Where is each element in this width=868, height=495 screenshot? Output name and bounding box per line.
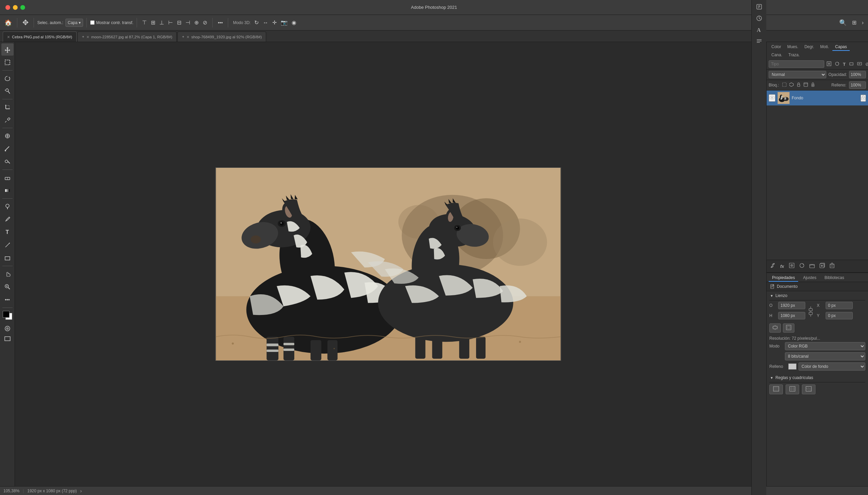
tab-cebra[interactable]: × Cebra PNG.psd al 105% (RGB/8#) xyxy=(3,32,76,42)
screen-mode[interactable] xyxy=(2,334,13,343)
tab-moon[interactable]: ✦ × moon-2285627.jpg al 87,2% (Capa 1, R… xyxy=(77,32,177,42)
layers-search-input[interactable] xyxy=(769,61,824,68)
height-input[interactable] xyxy=(778,312,805,319)
fill-input[interactable] xyxy=(849,81,866,89)
crop-left[interactable] xyxy=(1,101,14,113)
panel-tab-mues[interactable]: Mues. xyxy=(785,44,801,51)
layer-mask-btn[interactable] xyxy=(788,262,796,270)
lock-artboard[interactable] xyxy=(803,82,808,88)
path-select-left[interactable] xyxy=(1,239,14,251)
tab-shop[interactable]: ✦ × shop-768499_1920.jpg al 92% (RGB/8#) xyxy=(177,32,266,42)
align-bottom-button[interactable]: ⊥ xyxy=(158,18,166,27)
mostrar-contr-label[interactable]: Mostrar contr. transf. xyxy=(90,20,133,25)
lock-position[interactable] xyxy=(796,82,801,88)
layer-adj-btn[interactable] xyxy=(798,262,806,270)
foreground-color[interactable] xyxy=(3,311,10,318)
3d-pan[interactable]: ↔ xyxy=(261,19,270,27)
layer-link-btn[interactable] xyxy=(769,262,777,270)
props-tab-propiedades[interactable]: Propiedades xyxy=(769,274,798,282)
eraser-left[interactable] xyxy=(1,172,14,184)
layer-visibility-fondo[interactable] xyxy=(769,94,776,102)
layer-filter-adj[interactable] xyxy=(834,61,840,67)
layer-filter-smart[interactable] xyxy=(856,61,863,67)
align-right-button[interactable]: ⊣ xyxy=(184,18,192,27)
lock-transparent[interactable] xyxy=(782,82,787,88)
dodge-left[interactable] xyxy=(1,200,14,212)
regla-grid[interactable] xyxy=(786,385,799,394)
panel-tab-capas[interactable]: Capas xyxy=(832,44,850,51)
layer-item-fondo[interactable]: Fondo xyxy=(767,90,868,105)
align-center-h-button[interactable]: ⊟ xyxy=(175,18,183,27)
rectangular-select-left[interactable] xyxy=(1,56,14,68)
panel-tab-degr[interactable]: Degr. xyxy=(802,44,817,51)
doc-section-header[interactable]: Documento xyxy=(767,282,868,291)
eyedropper-left[interactable] xyxy=(1,114,14,126)
more-button[interactable]: ••• xyxy=(216,19,224,27)
regla-isometric[interactable] xyxy=(802,385,815,394)
canvas-resize-btn-1[interactable] xyxy=(769,323,781,332)
text-left[interactable]: T xyxy=(1,226,14,238)
panel-tab-cana[interactable]: Cana. xyxy=(769,52,785,59)
minimize-button[interactable] xyxy=(13,5,18,10)
relleno-dropdown[interactable]: Color de fondo xyxy=(799,362,865,371)
tab-close-cebra[interactable]: × xyxy=(7,34,10,40)
capa-dropdown[interactable]: Capa ▾ xyxy=(65,19,83,27)
hand-left[interactable] xyxy=(1,268,14,280)
panel-tab-color[interactable]: Color xyxy=(769,44,784,51)
x-input[interactable] xyxy=(826,302,853,309)
mode-dropdown[interactable]: Color RGB xyxy=(785,342,865,350)
align-top-button[interactable]: ⊤ xyxy=(140,18,149,27)
props-tab-ajustes[interactable]: Ajustes xyxy=(800,274,819,282)
more-tools-left[interactable]: ••• xyxy=(1,294,14,306)
quick-mask[interactable] xyxy=(2,324,13,333)
align-left-button[interactable]: ⊢ xyxy=(167,18,175,27)
layer-fx-btn[interactable]: fx xyxy=(779,263,786,270)
distribute-h-button[interactable]: ⊘ xyxy=(201,18,209,27)
gradient-left[interactable] xyxy=(1,185,14,197)
regla-lines[interactable] xyxy=(769,385,783,394)
3d-rotate[interactable]: ↻ xyxy=(253,18,260,27)
expand-button[interactable]: › xyxy=(860,19,865,27)
home-button[interactable]: 🏠 xyxy=(3,18,14,28)
close-button[interactable] xyxy=(5,5,10,10)
magic-wand-left[interactable] xyxy=(1,85,14,97)
bits-dropdown[interactable]: 8 bits/canal xyxy=(785,352,865,360)
opacity-input[interactable] xyxy=(849,71,866,78)
heal-brush-left[interactable] xyxy=(1,130,14,142)
3d-camera[interactable]: 📷 xyxy=(279,18,289,27)
props-tab-biblio[interactable]: Bibliotecas xyxy=(821,274,848,282)
lock-all[interactable] xyxy=(810,82,815,88)
move-tool-left[interactable] xyxy=(1,44,14,56)
3d-scale[interactable]: ✛ xyxy=(271,18,278,27)
mostrar-contr-checkbox[interactable] xyxy=(90,20,95,25)
lasso-left[interactable] xyxy=(1,72,14,84)
layer-filter-text[interactable]: T xyxy=(842,61,847,67)
status-arrow[interactable]: › xyxy=(80,488,82,494)
lock-image[interactable] xyxy=(789,82,794,88)
reglas-header[interactable]: ▼ Reglas y cuadrículas xyxy=(769,373,865,382)
3d-light[interactable]: ◉ xyxy=(290,18,298,27)
distribute-v-button[interactable]: ⊕ xyxy=(192,18,200,27)
move-tool-button[interactable]: ✥ xyxy=(21,17,30,28)
zoom-left[interactable] xyxy=(1,281,14,293)
panel-tab-moti[interactable]: Moti. xyxy=(817,44,832,51)
lienzo-header[interactable]: ▼ Lienzo xyxy=(769,291,865,301)
canvas-resize-btn-2[interactable] xyxy=(783,323,795,332)
search-button[interactable]: 🔍 xyxy=(837,18,848,28)
brush-left[interactable] xyxy=(1,143,14,155)
shape-left[interactable] xyxy=(1,252,14,264)
clone-left[interactable] xyxy=(1,156,14,168)
layer-new-btn[interactable] xyxy=(818,262,826,270)
panel-tab-traza[interactable]: Traza. xyxy=(786,52,803,59)
canvas-area[interactable] xyxy=(15,42,762,486)
y-input[interactable] xyxy=(826,312,853,319)
tab-close-shop[interactable]: × xyxy=(186,34,189,40)
maximize-button[interactable] xyxy=(20,5,25,10)
workspace-button[interactable]: ⊞ xyxy=(850,18,858,27)
layer-delete-btn[interactable] xyxy=(828,262,836,270)
relleno-swatch[interactable] xyxy=(788,363,797,370)
tab-close-moon[interactable]: × xyxy=(86,34,89,40)
layer-filter-toggle[interactable]: ⊘ xyxy=(864,61,868,67)
layer-lock-fondo[interactable] xyxy=(861,95,866,102)
layer-group-btn[interactable] xyxy=(808,262,816,270)
